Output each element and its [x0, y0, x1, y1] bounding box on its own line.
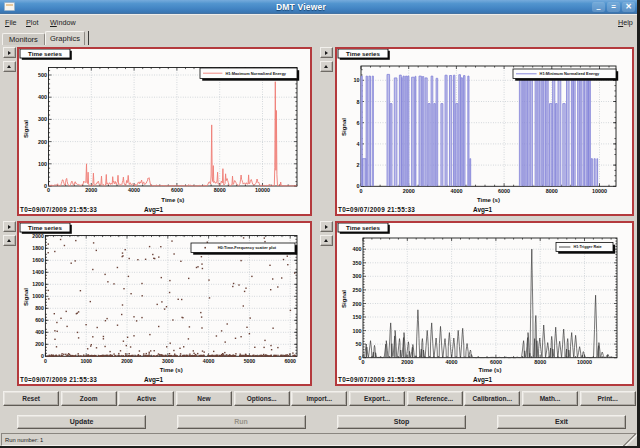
svg-text:4000: 4000	[128, 187, 140, 193]
svg-text:50: 50	[356, 341, 362, 347]
svg-text:2000: 2000	[85, 187, 97, 193]
svg-text:0: 0	[41, 353, 44, 359]
svg-text:Time series: Time series	[346, 224, 380, 231]
svg-text:Signal: Signal	[23, 288, 29, 306]
svg-text:4000: 4000	[203, 358, 215, 364]
svg-text:1400: 1400	[32, 269, 44, 275]
svg-text:400: 400	[353, 246, 362, 252]
svg-text:5000: 5000	[244, 358, 256, 364]
svg-text:10000: 10000	[592, 187, 607, 193]
svg-text:Avg=1: Avg=1	[144, 206, 164, 214]
svg-text:200: 200	[353, 301, 362, 307]
svg-text:Time (s): Time (s)	[479, 367, 502, 373]
svg-text:0: 0	[47, 187, 50, 193]
svg-text:0: 0	[44, 358, 47, 364]
svg-text:1000: 1000	[32, 293, 44, 299]
svg-text:H0:Time-Frequency scatter plot: H0:Time-Frequency scatter plot	[218, 245, 277, 250]
svg-text:6000: 6000	[498, 187, 510, 193]
svg-text:600: 600	[35, 317, 44, 323]
svg-text:250: 250	[353, 287, 362, 293]
svg-text:H1:Maximum Normalized Energy: H1:Maximum Normalized Energy	[225, 70, 286, 75]
svg-text:Signal: Signal	[23, 119, 29, 137]
svg-text:350: 350	[353, 260, 362, 266]
svg-text:0: 0	[357, 183, 360, 189]
svg-text:8000: 8000	[546, 187, 558, 193]
svg-text:Avg=1: Avg=1	[473, 376, 493, 384]
svg-text:2000: 2000	[32, 233, 44, 239]
svg-text:Time series: Time series	[346, 49, 380, 56]
svg-text:10: 10	[354, 77, 360, 83]
svg-text:10000: 10000	[577, 359, 592, 365]
svg-text:300: 300	[353, 273, 362, 279]
svg-text:8000: 8000	[214, 187, 226, 193]
svg-text:Signal: Signal	[341, 290, 347, 308]
svg-text:8000: 8000	[534, 359, 546, 365]
svg-text:4000: 4000	[446, 359, 458, 365]
svg-text:Time series: Time series	[28, 224, 62, 231]
svg-text:10000: 10000	[255, 187, 270, 193]
svg-text:0: 0	[359, 355, 362, 361]
svg-text:1200: 1200	[32, 281, 44, 287]
svg-text:8: 8	[357, 98, 360, 104]
svg-text:Time series: Time series	[28, 49, 62, 56]
svg-text:Time (s): Time (s)	[161, 197, 184, 203]
svg-text:400: 400	[35, 329, 44, 335]
svg-text:2000: 2000	[403, 187, 415, 193]
svg-text:200: 200	[38, 138, 47, 144]
svg-text:200: 200	[35, 341, 44, 347]
svg-text:3000: 3000	[162, 358, 174, 364]
svg-text:400: 400	[38, 94, 47, 100]
svg-text:800: 800	[35, 305, 44, 311]
svg-text:300: 300	[38, 116, 47, 122]
svg-text:2000: 2000	[401, 359, 413, 365]
svg-text:Avg=1: Avg=1	[473, 206, 493, 214]
svg-text:6000: 6000	[284, 358, 296, 364]
svg-text:Signal: Signal	[341, 117, 347, 135]
svg-text:H1:Trigger Rate: H1:Trigger Rate	[573, 245, 601, 249]
svg-text:0: 0	[44, 183, 47, 189]
svg-text:1800: 1800	[32, 245, 44, 251]
svg-text:6: 6	[357, 119, 360, 125]
svg-text:4000: 4000	[450, 187, 462, 193]
svg-text:150: 150	[353, 314, 362, 320]
svg-text:T0=09/07/2009 21:55:33: T0=09/07/2009 21:55:33	[20, 206, 97, 213]
svg-text:100: 100	[38, 160, 47, 166]
svg-text:T0=09/07/2009 21:55:33: T0=09/07/2009 21:55:33	[338, 376, 415, 383]
svg-text:6000: 6000	[171, 187, 183, 193]
svg-text:100: 100	[353, 328, 362, 334]
svg-text:2000: 2000	[121, 358, 133, 364]
svg-text:Time (s): Time (s)	[160, 367, 183, 373]
svg-text:Time (s): Time (s)	[477, 197, 500, 203]
svg-text:500: 500	[38, 72, 47, 78]
svg-text:T0=09/07/2009 21:55:33: T0=09/07/2009 21:55:33	[338, 206, 415, 213]
svg-text:4: 4	[357, 140, 360, 146]
svg-text:0: 0	[360, 187, 363, 193]
svg-text:H1:Minimum Normalized Energy: H1:Minimum Normalized Energy	[540, 71, 601, 76]
svg-text:T0=09/07/2009 21:55:33: T0=09/07/2009 21:55:33	[20, 376, 97, 383]
svg-text:2: 2	[357, 162, 360, 168]
svg-text:1600: 1600	[32, 257, 44, 263]
svg-text:6000: 6000	[490, 359, 502, 365]
svg-text:0: 0	[362, 359, 365, 365]
svg-text:Avg=1: Avg=1	[144, 376, 164, 384]
svg-text:1000: 1000	[80, 358, 92, 364]
